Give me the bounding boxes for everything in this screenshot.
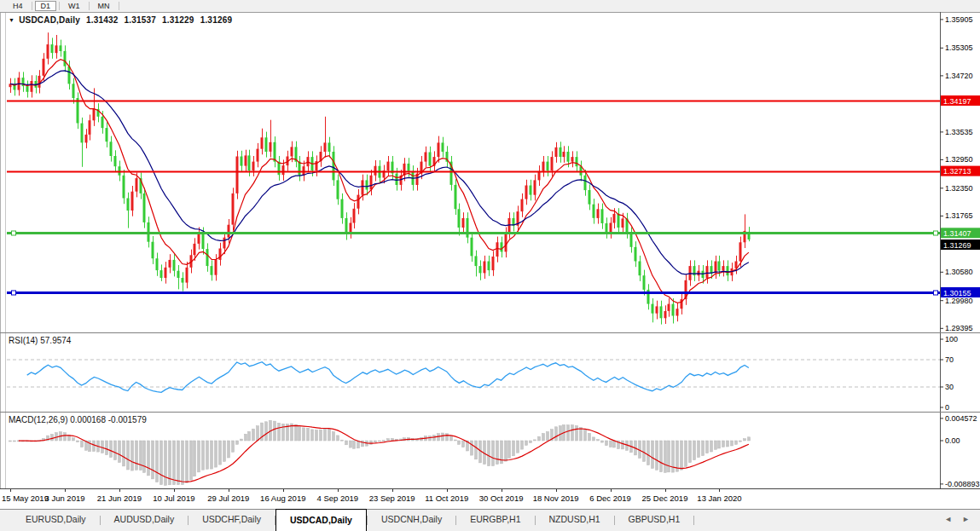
timeframe-button-h4[interactable]: H4: [7, 1, 29, 11]
toolbar-separator: [32, 2, 32, 10]
price-tick-label: 1.35905: [945, 15, 973, 24]
toolbar-separator: [119, 2, 119, 10]
rsi-indicator-label: RSI(14) 57.9574: [9, 336, 71, 345]
line-drag-handle[interactable]: [934, 291, 938, 295]
date-axis[interactable]: 15 May 20193 Jun 201921 Jun 201910 Jul 2…: [0, 489, 980, 509]
date-tick-label: 4 Sep 2019: [316, 493, 358, 503]
rsi-tick-label: 70: [945, 355, 954, 364]
timeframe-button-d1[interactable]: D1: [35, 1, 57, 11]
chart-tab-usdchf[interactable]: USDCHF,Daily: [188, 510, 275, 531]
date-tick-label: 23 Sep 2019: [369, 493, 415, 503]
date-tick-label: 18 Nov 2019: [533, 493, 579, 503]
price-chart-pane[interactable]: 1.359051.353051.347201.335351.329501.323…: [0, 12, 980, 333]
date-tick-label: 10 Jul 2019: [153, 493, 194, 503]
price-tick-label: 1.35305: [945, 43, 973, 52]
date-tick-label: 13 Jan 2020: [697, 493, 741, 503]
macd-indicator-pane[interactable]: 0.0045720.00-0.008893 MACD(12,26,9) 0.00…: [0, 413, 980, 489]
chart-tab-nzdusd[interactable]: NZDUSD,H1: [536, 510, 614, 531]
date-tick-label: 25 Dec 2019: [642, 493, 688, 503]
timeframe-button-w1[interactable]: W1: [62, 1, 86, 11]
chart-tab-usdcad[interactable]: USDCAD,Daily: [275, 509, 367, 531]
chart-tab-bar: EURUSD,DailyAUDUSD,DailyUSDCHF,DailyUSDC…: [0, 509, 980, 531]
date-tick-label: 3 Jun 2019: [44, 493, 84, 503]
chart-tab-gbpusd[interactable]: GBPUSD,H1: [615, 510, 694, 531]
chart-title: ▼USDCAD,Daily 1.31432 1.31537 1.31229 1.…: [9, 15, 235, 25]
date-tick-label: 11 Oct 2019: [425, 493, 468, 503]
timeframe-button-mn[interactable]: MN: [92, 1, 116, 11]
collapse-indicator-icon[interactable]: ▼: [9, 17, 14, 23]
macd-canvas[interactable]: 0.0045720.00-0.008893: [0, 413, 980, 489]
chart-tab-usdcnh[interactable]: USDCNH,Daily: [368, 510, 455, 531]
price-tick-label: 1.29980: [945, 297, 973, 305]
ohlc-open-value: 1.31432: [86, 15, 119, 25]
price-tick-label: 1.30580: [945, 268, 973, 276]
macd-indicator-label: MACD(12,26,9) 0.000168 -0.001579: [9, 415, 147, 424]
hline-price-tag-label: 1.32713: [943, 167, 971, 176]
rsi-indicator-pane[interactable]: 10070300 RSI(14) 57.9574: [0, 333, 980, 413]
tab-scroll-right-icon[interactable]: ►: [962, 515, 970, 531]
rsi-tick-label: 0: [945, 403, 949, 412]
hline-price-tag-label: 1.34197: [943, 97, 971, 106]
candlestick-series: [9, 32, 751, 324]
date-axis-canvas: 15 May 20193 Jun 201921 Jun 201910 Jul 2…: [0, 489, 980, 509]
macd-tick-label: 0.00: [945, 436, 960, 445]
ma-fast-line: [10, 60, 749, 303]
ohlc-high-value: 1.31537: [125, 15, 157, 25]
date-tick-label: 21 Jun 2019: [97, 493, 142, 503]
chart-tab-eurusd[interactable]: EURUSD,Daily: [12, 510, 100, 531]
date-tick-label: 16 Aug 2019: [260, 493, 305, 503]
current-price-label: 1.31269: [943, 241, 971, 250]
rsi-tick-label: 100: [945, 335, 958, 343]
date-tick-label: 15 May 2019: [2, 493, 49, 503]
chart-tabs: EURUSD,DailyAUDUSD,DailyUSDCHF,DailyUSDC…: [0, 510, 694, 531]
price-tick-label: 1.34720: [945, 72, 973, 80]
line-drag-handle[interactable]: [12, 291, 16, 295]
line-drag-handle[interactable]: [934, 231, 938, 235]
trading-terminal-window: H4D1W1MN 1.359051.353051.347201.335351.3…: [0, 0, 980, 531]
price-tick-label: 1.31765: [945, 211, 973, 220]
timeframe-toolbar: H4D1W1MN: [0, 0, 980, 12]
macd-histogram: [9, 420, 751, 485]
date-tick-label: 6 Dec 2019: [589, 493, 631, 503]
price-tick-label: 1.33535: [945, 128, 973, 136]
price-tick-label: 1.32350: [945, 184, 973, 193]
tab-separator: [693, 516, 694, 525]
tab-scroll-controls: ◄ ►: [944, 510, 980, 531]
hline-price-tag-label: 1.31407: [943, 229, 971, 238]
rsi-line: [27, 362, 749, 393]
price-chart-canvas[interactable]: 1.359051.353051.347201.335351.329501.323…: [0, 12, 980, 333]
macd-tick-label: 0.004572: [945, 414, 977, 423]
price-tick-label: 1.32950: [945, 155, 973, 164]
hline-price-tag-label: 1.30155: [943, 289, 971, 297]
chart-tab-eurgbp[interactable]: EURGBP,H1: [456, 510, 534, 531]
rsi-tick-label: 30: [945, 383, 954, 391]
line-drag-handle[interactable]: [12, 231, 16, 235]
chart-tab-audusd[interactable]: AUDUSD,Daily: [101, 510, 188, 531]
ohlc-low-value: 1.31229: [162, 15, 194, 25]
tab-scroll-left-icon[interactable]: ◄: [944, 515, 952, 531]
ohlc-close-value: 1.31269: [200, 15, 233, 25]
toolbar-separator: [59, 2, 60, 10]
date-tick-label: 29 Jul 2019: [207, 493, 249, 503]
date-tick-label: 30 Oct 2019: [479, 493, 524, 503]
price-tick-label: 1.29395: [945, 324, 973, 332]
macd-tick-label: -0.008893: [945, 480, 980, 488]
chart-symbol-label: USDCAD,Daily: [19, 15, 80, 25]
rsi-canvas[interactable]: 10070300: [0, 333, 980, 413]
toolbar-separator: [89, 2, 90, 10]
